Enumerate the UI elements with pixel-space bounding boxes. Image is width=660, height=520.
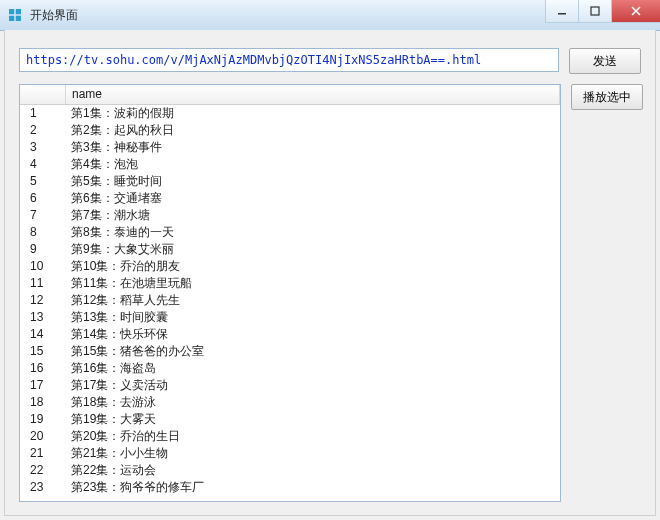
row-index: 8 [20,224,65,241]
row-name: 第7集：潮水塘 [65,207,560,224]
row-index: 15 [20,343,65,360]
send-button[interactable]: 发送 [569,48,641,74]
row-name: 第4集：泡泡 [65,156,560,173]
window-title: 开始界面 [30,7,78,24]
row-index: 16 [20,360,65,377]
system-buttons [545,0,660,22]
table-row[interactable]: 17第17集：义卖活动 [20,377,560,394]
table-row[interactable]: 13第13集：时间胶囊 [20,309,560,326]
row-index: 3 [20,139,65,156]
side-panel: 播放选中 [571,84,641,110]
row-name: 第6集：交通堵塞 [65,190,560,207]
table-row[interactable]: 19第19集：大雾天 [20,411,560,428]
content-row: name 1第1集：波莉的假期2第2集：起风的秋日3第3集：神秘事件4第4集：泡… [19,84,641,502]
table-row[interactable]: 10第10集：乔治的朋友 [20,258,560,275]
row-name: 第18集：去游泳 [65,394,560,411]
svg-rect-0 [558,13,566,15]
row-index: 4 [20,156,65,173]
row-index: 2 [20,122,65,139]
row-index: 6 [20,190,65,207]
client-area: 发送 name 1第1集：波莉的假期2第2集：起风的秋日3第3集：神秘事件4第4… [4,30,656,516]
minimize-button[interactable] [545,0,578,23]
table-row[interactable]: 15第15集：猪爸爸的办公室 [20,343,560,360]
maximize-button[interactable] [578,0,611,23]
row-index: 17 [20,377,65,394]
table-row[interactable]: 9第9集：大象艾米丽 [20,241,560,258]
row-name: 第5集：睡觉时间 [65,173,560,190]
table-row[interactable]: 4第4集：泡泡 [20,156,560,173]
table-row[interactable]: 3第3集：神秘事件 [20,139,560,156]
row-index: 9 [20,241,65,258]
row-name: 第13集：时间胶囊 [65,309,560,326]
row-index: 1 [20,105,65,122]
row-index: 23 [20,479,65,496]
row-index: 21 [20,445,65,462]
row-name: 第12集：稻草人先生 [65,292,560,309]
table-row[interactable]: 1第1集：波莉的假期 [20,105,560,122]
table-row[interactable]: 2第2集：起风的秋日 [20,122,560,139]
row-index: 20 [20,428,65,445]
table-row[interactable]: 23第23集：狗爷爷的修车厂 [20,479,560,496]
list-header: name [20,85,560,105]
row-index: 19 [20,411,65,428]
svg-rect-1 [591,7,599,15]
row-index: 5 [20,173,65,190]
row-index: 14 [20,326,65,343]
row-name: 第1集：波莉的假期 [65,105,560,122]
table-row[interactable]: 5第5集：睡觉时间 [20,173,560,190]
row-name: 第22集：运动会 [65,462,560,479]
table-row[interactable]: 22第22集：运动会 [20,462,560,479]
table-row[interactable]: 12第12集：稻草人先生 [20,292,560,309]
row-name: 第21集：小小生物 [65,445,560,462]
url-input[interactable] [19,48,559,72]
title-bar[interactable]: 开始界面 [0,0,660,31]
row-name: 第16集：海盗岛 [65,360,560,377]
row-name: 第8集：泰迪的一天 [65,224,560,241]
column-header-index[interactable] [20,85,66,104]
row-name: 第9集：大象艾米丽 [65,241,560,258]
row-index: 22 [20,462,65,479]
row-index: 11 [20,275,65,292]
row-name: 第17集：义卖活动 [65,377,560,394]
row-index: 12 [20,292,65,309]
row-name: 第19集：大雾天 [65,411,560,428]
table-row[interactable]: 21第21集：小小生物 [20,445,560,462]
top-row: 发送 [19,48,641,74]
row-name: 第2集：起风的秋日 [65,122,560,139]
row-name: 第20集：乔治的生日 [65,428,560,445]
table-row[interactable]: 6第6集：交通堵塞 [20,190,560,207]
row-name: 第3集：神秘事件 [65,139,560,156]
table-row[interactable]: 8第8集：泰迪的一天 [20,224,560,241]
row-index: 10 [20,258,65,275]
table-row[interactable]: 16第16集：海盗岛 [20,360,560,377]
row-index: 7 [20,207,65,224]
row-index: 18 [20,394,65,411]
row-name: 第14集：快乐环保 [65,326,560,343]
app-icon [6,6,24,24]
table-row[interactable]: 14第14集：快乐环保 [20,326,560,343]
close-button[interactable] [611,0,660,23]
table-row[interactable]: 11第11集：在池塘里玩船 [20,275,560,292]
table-row[interactable]: 7第7集：潮水塘 [20,207,560,224]
row-name: 第15集：猪爸爸的办公室 [65,343,560,360]
main-window: 开始界面 发送 name 1第1集：波莉的假期2第2集：起风的 [0,0,660,520]
row-name: 第23集：狗爷爷的修车厂 [65,479,560,496]
column-header-name[interactable]: name [66,85,560,104]
table-row[interactable]: 18第18集：去游泳 [20,394,560,411]
episode-list[interactable]: name 1第1集：波莉的假期2第2集：起风的秋日3第3集：神秘事件4第4集：泡… [19,84,561,502]
row-index: 13 [20,309,65,326]
row-name: 第11集：在池塘里玩船 [65,275,560,292]
row-name: 第10集：乔治的朋友 [65,258,560,275]
play-selected-button[interactable]: 播放选中 [571,84,643,110]
list-body[interactable]: 1第1集：波莉的假期2第2集：起风的秋日3第3集：神秘事件4第4集：泡泡5第5集… [20,105,560,501]
table-row[interactable]: 20第20集：乔治的生日 [20,428,560,445]
